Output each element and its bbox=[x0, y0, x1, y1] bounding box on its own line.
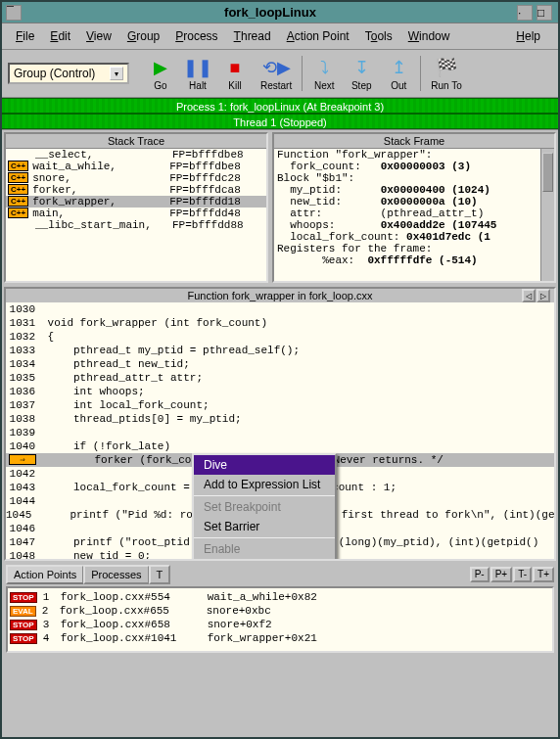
source-line[interactable]: 1035 pthread_attr_t attr; bbox=[6, 371, 554, 385]
stack-frame-line[interactable]: new_tid: 0x0000000a (10) bbox=[274, 196, 554, 208]
source-line[interactable]: 1039 bbox=[6, 426, 554, 439]
step-over-icon: ⤵ bbox=[312, 56, 336, 79]
stack-frame-line[interactable]: local_fork_count: 0x401d7edc (1 bbox=[274, 231, 554, 243]
scrollbar[interactable] bbox=[540, 149, 554, 281]
window-menu-button[interactable] bbox=[6, 5, 22, 21]
stack-trace-row[interactable]: __libc_start_main,FP=bfffdd88 bbox=[6, 219, 266, 231]
menu-group[interactable]: Group bbox=[121, 27, 165, 45]
stack-frame-line[interactable]: Registers for the frame: bbox=[274, 243, 554, 254]
menu-action-point[interactable]: Action Point bbox=[281, 27, 355, 45]
action-point-row[interactable]: EVAL2fork_loop.cxx#655snore+0xbc bbox=[10, 604, 550, 618]
source-header: Function fork_wrapper in fork_loop.cxx ◁… bbox=[6, 289, 554, 302]
bottom-tab-bar: Action Points Processes T P- P+ T- T+ bbox=[2, 563, 558, 586]
minimize-button[interactable]: · bbox=[517, 5, 533, 21]
menu-process[interactable]: Process bbox=[169, 27, 223, 45]
action-point-row[interactable]: STOP1fork_loop.cxx#554wait_a_while+0x82 bbox=[10, 590, 550, 604]
stack-frame-line[interactable]: my_ptid: 0x00000400 (1024) bbox=[274, 184, 554, 196]
action-points-list: STOP1fork_loop.cxx#554wait_a_while+0x82E… bbox=[6, 586, 554, 653]
action-point-badge: STOP bbox=[10, 620, 37, 630]
action-point-badge: EVAL bbox=[10, 606, 36, 617]
stack-trace-row[interactable]: C++main,FP=bfffdd48 bbox=[6, 208, 266, 219]
context-menu-item: Set Breakpoint bbox=[194, 497, 335, 517]
stack-trace-row[interactable]: C++fork_wrapper,FP=bfffdd18 bbox=[6, 196, 266, 208]
menubar: File Edit View Group Process Thread Acti… bbox=[2, 23, 558, 50]
source-line[interactable]: 1031 void fork_wrapper (int fork_count) bbox=[6, 316, 554, 330]
source-line[interactable]: 1032 { bbox=[6, 330, 554, 344]
menu-window[interactable]: Window bbox=[402, 27, 456, 45]
source-line[interactable]: 1030 bbox=[6, 302, 554, 316]
stack-frame-line[interactable]: whoops: 0x400add2e (107445 bbox=[274, 219, 554, 231]
tab-threads[interactable]: T bbox=[149, 565, 171, 584]
source-line[interactable]: 1037 int local_fork_count; bbox=[6, 398, 554, 412]
context-menu-item[interactable]: Add to Expression List bbox=[194, 475, 335, 494]
lang-badge: C++ bbox=[8, 184, 28, 195]
context-menu-item[interactable]: Dive bbox=[194, 455, 335, 475]
tab-action-points[interactable]: Action Points bbox=[6, 565, 84, 584]
stack-frame-pane: Stack Frame Function "fork_wrapper": for… bbox=[272, 132, 556, 283]
run-to-icon: 🏁 bbox=[435, 56, 458, 79]
stack-frame-line[interactable]: fork_count: 0x00000003 (3) bbox=[274, 161, 554, 172]
current-line-arrow: ⇒ bbox=[9, 454, 36, 465]
action-point-row[interactable]: STOP3fork_loop.cxx#658snore+0xf2 bbox=[10, 618, 550, 631]
process-status-bar: Process 1: fork_loopLinux (At Breakpoint… bbox=[2, 98, 558, 114]
source-line[interactable]: 1036 int whoops; bbox=[6, 385, 554, 398]
group-combo-value: Group (Control) bbox=[14, 67, 95, 80]
stack-trace-row[interactable]: C++wait_a_while,FP=bfffdbe8 bbox=[6, 161, 266, 172]
process-next-button[interactable]: P+ bbox=[490, 567, 513, 582]
action-point-badge: STOP bbox=[10, 633, 37, 644]
menu-tools[interactable]: Tools bbox=[359, 27, 398, 45]
next-button[interactable]: ⤵Next bbox=[306, 54, 342, 93]
source-line[interactable]: 1033 pthread_t my_ptid = pthread_self(); bbox=[6, 344, 554, 357]
lang-badge: C++ bbox=[8, 172, 28, 183]
halt-button[interactable]: ❚❚Halt bbox=[180, 54, 215, 93]
context-menu-item: Enable bbox=[194, 539, 335, 559]
nav-back-button[interactable]: ◁ bbox=[522, 289, 536, 302]
step-button[interactable]: ↧Step bbox=[344, 54, 379, 93]
restart-button[interactable]: ⟲▶Restart bbox=[255, 54, 298, 93]
go-button[interactable]: ▶Go bbox=[143, 54, 178, 93]
restart-icon: ⟲▶ bbox=[264, 56, 288, 79]
context-menu-item[interactable]: Set Barrier bbox=[194, 517, 335, 536]
stack-frame-header: Stack Frame bbox=[274, 134, 554, 149]
source-line[interactable]: 1038 thread_ptids[0] = my_ptid; bbox=[6, 412, 554, 426]
group-combo[interactable]: Group (Control) ▾ bbox=[8, 63, 129, 84]
thread-prev-button[interactable]: T- bbox=[513, 567, 532, 582]
thread-status-bar: Thread 1 (Stopped) bbox=[2, 114, 558, 129]
thread-next-button[interactable]: T+ bbox=[533, 567, 554, 582]
run-to-button[interactable]: 🏁Run To bbox=[425, 54, 468, 93]
stack-frame-line[interactable]: Block "$b1": bbox=[274, 172, 554, 184]
kill-button[interactable]: ■Kill bbox=[217, 54, 253, 93]
tab-processes[interactable]: Processes bbox=[83, 565, 149, 584]
out-button[interactable]: ↥Out bbox=[381, 54, 416, 93]
stack-trace-header: Stack Trace bbox=[6, 134, 266, 149]
stack-trace-row[interactable]: __select,FP=bfffdbe8 bbox=[6, 149, 266, 161]
menu-file[interactable]: File bbox=[10, 27, 40, 45]
chevron-down-icon[interactable]: ▾ bbox=[110, 67, 123, 80]
stack-trace-row[interactable]: C++snore,FP=bfffdc28 bbox=[6, 172, 266, 184]
play-icon: ▶ bbox=[149, 56, 172, 79]
window-title: fork_loopLinux bbox=[23, 5, 517, 20]
stack-frame-line[interactable]: attr: (pthread_attr_t) bbox=[274, 208, 554, 219]
source-pane: Function fork_wrapper in fork_loop.cxx ◁… bbox=[4, 287, 556, 561]
menu-thread[interactable]: Thread bbox=[228, 27, 277, 45]
source-line[interactable]: 1040 if (!fork_late) bbox=[6, 439, 554, 453]
action-point-row[interactable]: STOP4fork_loop.cxx#1041fork_wrapper+0x21 bbox=[10, 631, 550, 645]
context-menu: DiveAdd to Expression ListSet Breakpoint… bbox=[192, 453, 337, 559]
toolbar: Group (Control) ▾ ▶Go ❚❚Halt ■Kill ⟲▶Res… bbox=[2, 50, 558, 98]
menu-edit[interactable]: Edit bbox=[44, 27, 76, 45]
stack-trace-row[interactable]: C++forker,FP=bfffdca8 bbox=[6, 184, 266, 196]
stack-frame-line[interactable]: Function "fork_wrapper": bbox=[274, 149, 554, 161]
process-prev-button[interactable]: P- bbox=[470, 567, 490, 582]
maximize-button[interactable]: □ bbox=[537, 5, 552, 21]
lang-badge: C++ bbox=[8, 161, 28, 171]
stack-trace-pane: Stack Trace __select,FP=bfffdbe8C++wait_… bbox=[4, 132, 268, 283]
source-line[interactable]: 1034 pthread_t new_tid; bbox=[6, 357, 554, 371]
menu-view[interactable]: View bbox=[80, 27, 117, 45]
stop-icon: ■ bbox=[223, 56, 247, 79]
nav-forward-button[interactable]: ▷ bbox=[537, 289, 550, 302]
titlebar: fork_loopLinux · □ bbox=[2, 2, 558, 23]
stack-frame-line[interactable]: %eax: 0xfffffdfe (-514) bbox=[274, 254, 554, 266]
menu-help[interactable]: Help bbox=[510, 27, 546, 45]
step-into-icon: ↧ bbox=[350, 56, 373, 79]
action-point-badge: STOP bbox=[10, 592, 37, 603]
